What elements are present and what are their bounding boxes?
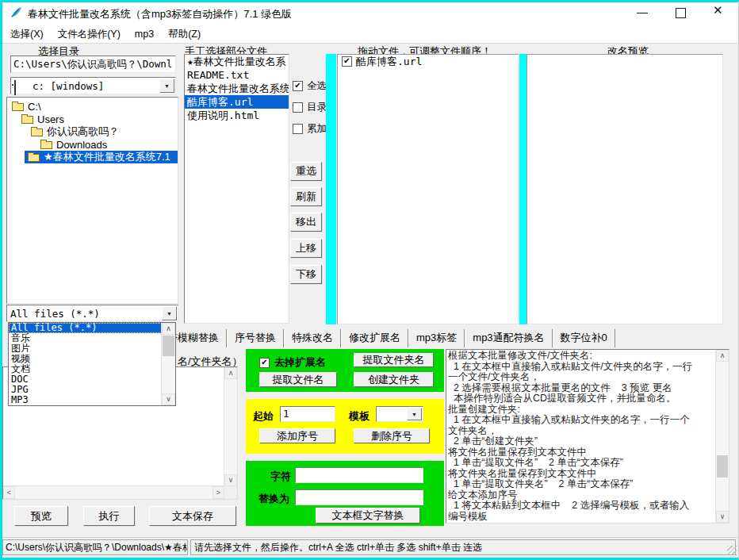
move-down-button[interactable]: 下移 bbox=[290, 265, 322, 284]
scroll-down-icon[interactable]: ∨ bbox=[716, 511, 729, 523]
textbox-replace-button[interactable]: 文本框文字替换 bbox=[316, 508, 420, 524]
chevron-down-icon: ▼ bbox=[164, 83, 170, 89]
tab-mp3-tag[interactable]: mp3标签 bbox=[408, 329, 465, 347]
names-horizontal-scrollbar[interactable]: < > bbox=[3, 485, 224, 499]
filetype-dropdown-button[interactable]: ▼ bbox=[162, 306, 177, 320]
drive-dropdown-button[interactable]: ▼ bbox=[159, 79, 174, 93]
resize-grip-icon[interactable] bbox=[727, 546, 737, 555]
scrollbar-thumb[interactable] bbox=[717, 455, 728, 478]
replace-with-input[interactable] bbox=[295, 489, 423, 505]
close-button[interactable]: ✕ bbox=[706, 2, 732, 21]
window-title: 春林文件批量改名系统（含mp3标签自动操作）7.1 绿色版 bbox=[28, 7, 292, 21]
tree-item-users[interactable]: Users bbox=[21, 113, 64, 125]
tab-serial-replace[interactable]: 序号替换 bbox=[227, 329, 284, 347]
rename-preview-list[interactable] bbox=[526, 54, 723, 324]
status-bar: C:\Users\你认识高歌吗？\Downloads\★春林 请先选择文件，然后… bbox=[0, 537, 739, 558]
dropdown-option[interactable]: 音乐 bbox=[9, 333, 162, 343]
file-list-item[interactable]: 春林文件批量改名系统 bbox=[185, 82, 289, 95]
file-list-item-selected[interactable]: 酷库博客.url bbox=[185, 95, 289, 109]
scroll-up-icon[interactable]: ∧ bbox=[162, 323, 175, 335]
reselect-button[interactable]: 重选 bbox=[290, 162, 322, 181]
start-value: 1 bbox=[283, 408, 289, 420]
folder-icon bbox=[21, 116, 33, 124]
maximize-button[interactable] bbox=[668, 5, 694, 21]
extract-folder-name-button[interactable]: 提取文件夹名 bbox=[354, 353, 434, 367]
dropdown-option[interactable]: All files (*.*) bbox=[9, 323, 162, 333]
file-list[interactable]: ★春林文件批量改名系 README.txt 春林文件批量改名系统 酷库博客.ur… bbox=[184, 54, 289, 324]
execute-button[interactable]: 执行 bbox=[83, 506, 135, 526]
menu-filename-ops[interactable]: 文件名操作(Y) bbox=[51, 28, 128, 41]
add-serial-button[interactable]: 添加序号 bbox=[259, 428, 335, 443]
dropdown-option[interactable]: JPG bbox=[9, 385, 162, 395]
dropdown-option[interactable]: 文档 bbox=[9, 364, 162, 374]
instructions-scrollbar[interactable]: ∧ ∨ bbox=[715, 350, 729, 523]
scroll-up-icon[interactable]: ∧ bbox=[716, 350, 729, 362]
names-vertical-scrollbar[interactable]: ∧ ∨ bbox=[224, 367, 237, 486]
template-combobox[interactable]: ▼ bbox=[376, 406, 423, 422]
menu-select[interactable]: 选择(X) bbox=[3, 28, 51, 41]
tree-item-root[interactable]: C:\ bbox=[12, 100, 41, 113]
folder-tree[interactable]: C:\ Users 你认识高歌吗？ Downloads ★春林文件批量改名系统7… bbox=[6, 97, 178, 304]
scroll-up-icon[interactable]: ∧ bbox=[224, 367, 237, 379]
instruction-line: 编号模板 bbox=[448, 512, 715, 523]
tree-item-label: 你认识高歌吗？ bbox=[47, 125, 119, 139]
instruction-line: 1 在文本框中直接输入或粘贴文件夹的名字，一行一个 bbox=[448, 415, 715, 426]
checkbox-directory[interactable]: 目录 bbox=[293, 101, 327, 114]
filetype-combobox[interactable]: All files (*.*) ▼ bbox=[6, 305, 178, 322]
template-label: 模板 bbox=[349, 409, 370, 424]
instruction-line: 2 选择需要根据文本批量更名的文件 3 预览 更名 bbox=[448, 383, 715, 394]
create-folder-button[interactable]: 创建文件夹 bbox=[354, 372, 434, 387]
tab-mp3-wildcard[interactable]: mp3通配符换名 bbox=[465, 329, 552, 347]
scroll-left-icon[interactable]: < bbox=[3, 486, 15, 499]
instructions-box[interactable]: 根据文本批量修改文件/文件夹名: 1 在文本框中直接输入或粘贴文件/文件夹的名字… bbox=[446, 349, 729, 524]
dropdown-scrollbar[interactable]: ∧ ∨ bbox=[161, 323, 175, 405]
menu-help[interactable]: 帮助(Z) bbox=[161, 28, 208, 41]
file-list-item[interactable]: ★春林文件批量改名系 bbox=[185, 55, 289, 68]
start-input[interactable]: 1 bbox=[280, 406, 335, 422]
cyan-separator bbox=[519, 54, 526, 324]
checkbox-select-all[interactable]: ✔ 全选 bbox=[293, 79, 327, 93]
checkbox-icon bbox=[293, 102, 303, 113]
tab-zero-padding[interactable]: 数字位补0 bbox=[553, 329, 615, 347]
template-dropdown-button[interactable]: ▼ bbox=[407, 408, 422, 420]
remove-serial-button[interactable]: 删除序号 bbox=[354, 428, 430, 443]
file-list-item[interactable]: README.txt bbox=[185, 68, 289, 82]
tab-change-extension[interactable]: 修改扩展名 bbox=[341, 329, 408, 347]
scrollbar-thumb[interactable] bbox=[163, 336, 174, 356]
refresh-button[interactable]: 刷新 bbox=[290, 187, 322, 206]
filetype-value: All files (*.*) bbox=[10, 308, 100, 320]
scroll-down-icon[interactable]: ∨ bbox=[224, 474, 237, 486]
dropdown-option[interactable]: 视频 bbox=[9, 354, 162, 364]
menu-mp3[interactable]: mp3 bbox=[128, 29, 161, 40]
move-up-button[interactable]: 上移 bbox=[290, 239, 322, 258]
checkbox-label: 全选 bbox=[307, 79, 327, 93]
save-text-button[interactable]: 文本保存 bbox=[149, 506, 236, 526]
filetype-dropdown-list[interactable]: All files (*.*) 音乐 图片 视频 文档 DOC JPG MP3 … bbox=[8, 322, 176, 406]
dropdown-option[interactable]: DOC bbox=[9, 374, 162, 385]
checkbox-accumulate[interactable]: 累加 bbox=[293, 122, 327, 136]
extract-file-name-button[interactable]: 提取文件名 bbox=[259, 372, 337, 387]
preview-button[interactable]: 预览 bbox=[14, 506, 68, 526]
folder-icon bbox=[28, 154, 40, 162]
tree-item-user-folder[interactable]: 你认识高歌吗？ bbox=[31, 125, 119, 138]
minimize-button[interactable] bbox=[630, 5, 656, 21]
dropdown-option[interactable]: 图片 bbox=[9, 343, 162, 354]
char-input[interactable] bbox=[295, 467, 423, 483]
drive-combobox[interactable]: c: [windows] ▼ bbox=[10, 77, 176, 94]
checkbox-strip-extension[interactable]: ✔ 去掉扩展名 bbox=[259, 355, 326, 370]
remove-button[interactable]: 移出 bbox=[290, 213, 322, 232]
drag-list-item[interactable]: ✔ 酷库博客.url bbox=[338, 55, 518, 68]
directory-path-input[interactable]: C:\Users\你认识高歌吗？\Downl bbox=[10, 56, 176, 73]
tree-item-selected-folder[interactable]: ★春林文件批量改名系统7.1 bbox=[25, 151, 178, 163]
dropdown-option[interactable]: MP3 bbox=[9, 395, 162, 405]
instruction-line: 2 单击“创建文件夹” bbox=[448, 436, 715, 447]
drag-file-list[interactable]: ✔ 酷库博客.url bbox=[337, 54, 519, 324]
tab-special-rename[interactable]: 特殊改名 bbox=[284, 329, 341, 347]
scroll-down-icon[interactable]: ∨ bbox=[162, 393, 175, 405]
tree-item-downloads[interactable]: Downloads bbox=[40, 138, 107, 151]
instruction-line: 1 单击“提取文件名” 2 单击“文本保存” bbox=[448, 458, 715, 469]
instruction-line: 一个文件/文件夹名， bbox=[448, 372, 715, 383]
checkbox-icon[interactable]: ✔ bbox=[342, 56, 352, 67]
scroll-right-icon[interactable]: > bbox=[213, 486, 224, 499]
file-list-item[interactable]: 使用说明.html bbox=[185, 109, 289, 122]
